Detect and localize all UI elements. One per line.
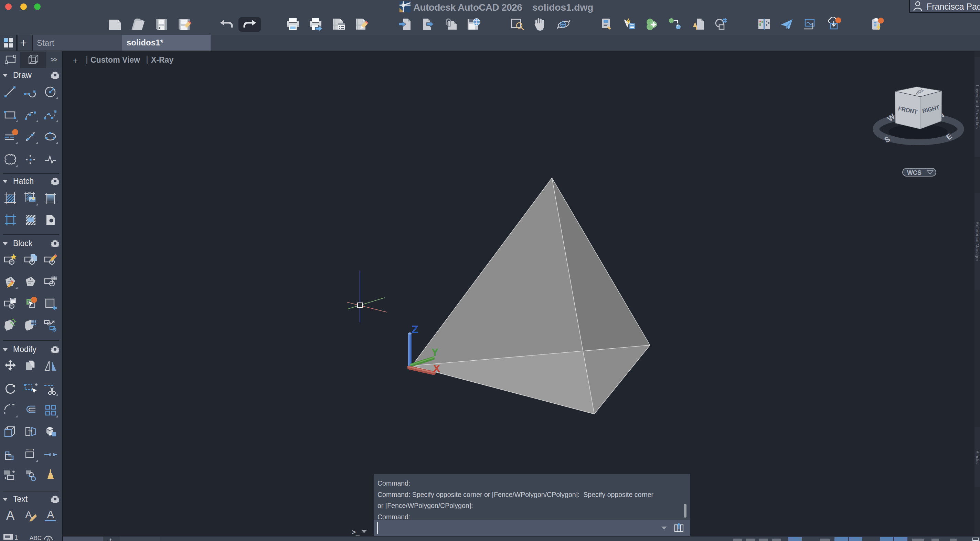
svg-text:Y: Y — [432, 347, 438, 358]
svg-text:Z: Z — [412, 323, 418, 335]
svg-text:X: X — [434, 363, 440, 374]
